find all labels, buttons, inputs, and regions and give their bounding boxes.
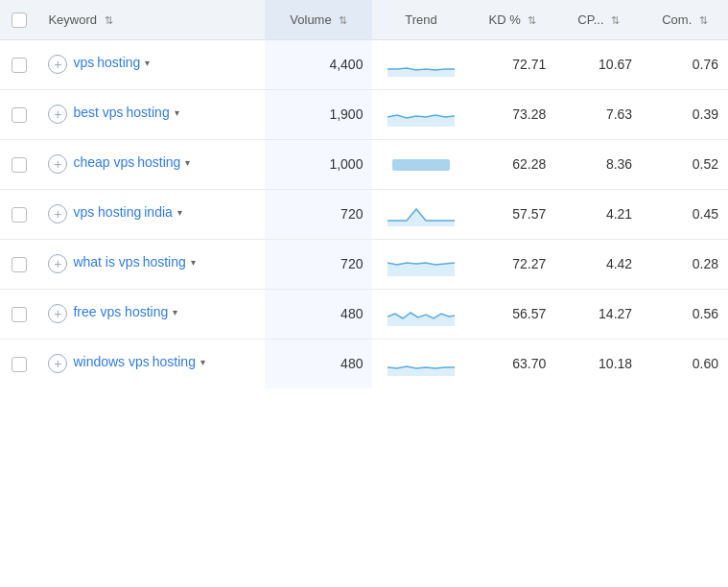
add-keyword-button[interactable]: +: [48, 105, 67, 124]
keyword-text[interactable]: hosting: [97, 55, 140, 70]
com-sort-icon[interactable]: ⇅: [699, 14, 708, 27]
com-cell: 0.52: [642, 139, 728, 189]
trend-cell: [372, 89, 469, 139]
select-all-checkbox[interactable]: [12, 12, 27, 28]
com-column-label: Com.: [662, 12, 692, 27]
row-checkbox[interactable]: [12, 207, 27, 223]
row-checkbox-cell: [0, 139, 38, 189]
com-cell: 0.28: [642, 239, 728, 289]
trend-column-header: Trend: [372, 0, 469, 39]
volume-cell: 480: [265, 289, 372, 339]
keyword-cell: + vps hosting▾: [38, 39, 265, 89]
keyword-dropdown-arrow[interactable]: ▾: [145, 58, 150, 68]
volume-cell: 1,000: [265, 139, 372, 189]
keyword-dropdown-arrow[interactable]: ▾: [185, 157, 190, 168]
add-keyword-button[interactable]: +: [48, 154, 67, 174]
volume-column-header[interactable]: Volume ⇅: [265, 0, 372, 39]
trend-column-label: Trend: [405, 12, 436, 27]
keyword-text[interactable]: hosting: [127, 105, 170, 120]
volume-column-label: Volume: [290, 12, 331, 27]
svg-marker-3: [387, 209, 455, 226]
table-row: + free vps hosting▾480 56.5714.270.56: [0, 289, 728, 339]
keyword-cell: + vps hosting india▾: [38, 189, 265, 239]
kd-sort-icon[interactable]: ⇅: [528, 14, 536, 27]
row-checkbox-cell: [0, 39, 38, 89]
keyword-cell: + windows vps hosting▾: [38, 339, 265, 388]
kd-cell: 57.57: [470, 189, 556, 239]
kd-cell: 72.71: [470, 39, 556, 89]
keyword-column-header[interactable]: Keyword ⇅: [38, 0, 265, 39]
add-keyword-button[interactable]: +: [48, 254, 67, 273]
keyword-dropdown-arrow[interactable]: ▾: [175, 107, 179, 118]
kd-cell: 62.28: [470, 139, 556, 189]
cp-cell: 4.42: [555, 239, 642, 289]
keyword-text[interactable]: windows vps: [73, 354, 149, 369]
cp-sort-icon[interactable]: ⇅: [611, 14, 620, 27]
row-checkbox-cell: [0, 289, 38, 339]
keyword-text[interactable]: what is vps: [73, 254, 139, 270]
trend-cell: [372, 139, 469, 189]
kd-cell: 63.70: [470, 339, 556, 388]
volume-cell: 1,900: [265, 89, 372, 139]
volume-cell: 720: [265, 239, 372, 289]
volume-cell: 4,400: [265, 39, 372, 89]
trend-cell: [372, 239, 469, 289]
keyword-cell: + best vps hosting▾: [38, 89, 265, 139]
keyword-text[interactable]: hosting: [153, 354, 196, 369]
com-cell: 0.39: [642, 89, 728, 139]
keyword-text[interactable]: cheap vps: [73, 154, 134, 170]
keyword-text[interactable]: india: [144, 204, 173, 220]
keyword-text[interactable]: hosting: [137, 154, 180, 170]
row-checkbox[interactable]: [12, 107, 27, 123]
keyword-dropdown-arrow[interactable]: ▾: [177, 207, 182, 218]
row-checkbox[interactable]: [12, 157, 27, 173]
row-checkbox-cell: [0, 339, 38, 388]
kd-cell: 56.57: [470, 289, 556, 339]
keyword-text[interactable]: vps: [73, 55, 94, 70]
com-cell: 0.56: [642, 289, 728, 339]
keyword-text[interactable]: hosting: [143, 254, 186, 270]
table-row: + vps hosting india▾720 57.574.210.45: [0, 189, 728, 239]
com-cell: 0.76: [642, 39, 728, 89]
trend-cell: [372, 339, 469, 388]
add-keyword-button[interactable]: +: [48, 55, 67, 74]
row-checkbox[interactable]: [12, 58, 27, 73]
keyword-text[interactable]: best vps: [73, 105, 123, 120]
keyword-sort-icon[interactable]: ⇅: [105, 14, 113, 27]
cp-column-label: CP...: [577, 12, 603, 27]
keyword-text[interactable]: free vps hosting: [73, 304, 168, 319]
kd-column-header[interactable]: KD % ⇅: [470, 0, 556, 39]
table-row: + windows vps hosting▾480 63.7010.180.60: [0, 339, 728, 388]
volume-cell: 720: [265, 189, 372, 239]
keyword-text[interactable]: vps hosting: [73, 204, 141, 220]
volume-cell: 480: [265, 339, 372, 388]
add-keyword-button[interactable]: +: [48, 204, 67, 223]
row-checkbox[interactable]: [12, 357, 27, 372]
cp-cell: 8.36: [555, 139, 642, 189]
keyword-dropdown-arrow[interactable]: ▾: [200, 357, 205, 367]
kd-column-label: KD %: [488, 12, 520, 27]
cp-cell: 4.21: [555, 189, 642, 239]
keyword-cell: + free vps hosting▾: [38, 289, 265, 339]
kd-cell: 72.27: [470, 239, 556, 289]
com-column-header[interactable]: Com. ⇅: [642, 0, 728, 39]
add-keyword-button[interactable]: +: [48, 304, 67, 323]
table-row: + best vps hosting▾1,900 73.287.630.39: [0, 89, 728, 139]
row-checkbox-cell: [0, 89, 38, 139]
select-all-header[interactable]: [0, 0, 38, 39]
row-checkbox[interactable]: [12, 307, 27, 322]
add-keyword-button[interactable]: +: [48, 354, 67, 373]
cp-cell: 14.27: [555, 289, 642, 339]
table-row: + cheap vps hosting▾1,000 62.288.360.52: [0, 139, 728, 189]
cp-cell: 10.18: [555, 339, 642, 388]
cp-column-header[interactable]: CP... ⇅: [555, 0, 642, 39]
table-row: + what is vps hosting▾720 72.274.420.28: [0, 239, 728, 289]
keyword-dropdown-arrow[interactable]: ▾: [191, 257, 196, 268]
row-checkbox[interactable]: [12, 257, 27, 272]
keyword-dropdown-arrow[interactable]: ▾: [173, 307, 177, 317]
keyword-column-label: Keyword: [48, 12, 97, 27]
svg-rect-2: [392, 159, 450, 171]
volume-sort-icon[interactable]: ⇅: [339, 14, 347, 27]
kd-cell: 73.28: [470, 89, 556, 139]
trend-cell: [372, 189, 469, 239]
